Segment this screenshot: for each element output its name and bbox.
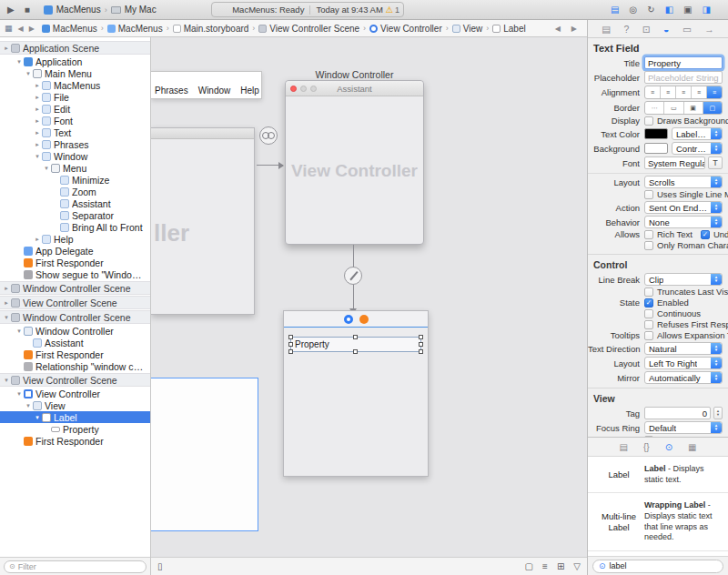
view-controller-icon[interactable] <box>344 315 353 324</box>
layout-popup[interactable]: Scrolls▲▼ <box>644 176 723 188</box>
disclosure-right-icon[interactable]: ▸ <box>33 129 42 136</box>
first-responder-icon[interactable] <box>359 315 369 324</box>
disclosure-right-icon[interactable]: ▸ <box>33 94 42 101</box>
library-filter-field[interactable]: ⊙ label <box>592 560 723 573</box>
outline-row[interactable]: ▸File <box>0 91 150 103</box>
tag-stepper[interactable]: ▲▼ <box>713 407 723 419</box>
breadcrumb-item[interactable]: View <box>452 24 483 34</box>
breadcrumb-item[interactable]: MacMenus <box>107 24 163 34</box>
outline-row[interactable]: App Delegate <box>0 245 150 257</box>
property-text-field[interactable]: Property <box>290 337 421 352</box>
rich-text-checkbox[interactable] <box>644 230 653 239</box>
tag-input[interactable]: 0 <box>644 407 711 419</box>
text-color-well[interactable] <box>644 128 668 139</box>
disclosure-down-icon[interactable]: ▾ <box>15 58 24 66</box>
outline-row[interactable]: ▾Menu <box>0 162 150 174</box>
file-template-library-tab[interactable]: ▤ <box>620 442 628 452</box>
menu-bar-window[interactable]: PhrasesWindowHelp <box>151 71 262 99</box>
outline-row[interactable]: ▾Application <box>0 55 150 67</box>
align-right-segment[interactable]: ≡ <box>692 86 707 98</box>
back-icon[interactable]: ◀ <box>18 25 24 33</box>
outline-row[interactable]: Zoom <box>0 186 150 197</box>
view-controller-view[interactable]: Property <box>283 310 429 477</box>
quick-help-inspector-tab[interactable]: ? <box>624 24 630 35</box>
library-item[interactable]: LabelLabel - Displays static text. <box>588 457 728 493</box>
font-picker-button[interactable]: T <box>708 156 723 169</box>
breadcrumb-item[interactable]: View Controller <box>369 24 442 34</box>
outline-section-row[interactable]: ▸Application Scene <box>0 41 150 55</box>
add-constraints-button[interactable]: ⊞ <box>557 561 564 571</box>
outline-row[interactable]: ▸Help <box>0 233 150 245</box>
outline-row[interactable]: Bring All to Front <box>0 221 150 233</box>
menu-item[interactable]: Help <box>240 86 259 96</box>
segue-connector-icon[interactable] <box>259 126 278 145</box>
selection-handle[interactable] <box>288 335 293 339</box>
text-direction-popup[interactable]: Natural▲▼ <box>644 342 723 355</box>
outline-row[interactable]: Show segue to "Window Controller" <box>0 268 150 280</box>
play-button[interactable]: ▶ <box>7 5 15 15</box>
only-roman-characters-checkbox[interactable] <box>644 241 653 250</box>
menu-item[interactable]: Window <box>198 86 231 96</box>
continuous-checkbox[interactable] <box>644 309 653 318</box>
document-outline-toggle-icon[interactable]: ▯ <box>157 561 163 571</box>
outline-row[interactable]: Separator <box>0 209 150 221</box>
behavior-popup[interactable]: None▲▼ <box>644 216 723 228</box>
outline-filter-field[interactable]: ⊙ Filter <box>4 560 147 573</box>
outline-row[interactable]: ▾Window <box>0 150 150 162</box>
disclosure-down-icon[interactable]: ▾ <box>33 414 42 421</box>
outline-row[interactable]: ▾Main Menu <box>0 67 150 79</box>
utilities-toggle-button[interactable]: ◨ <box>703 5 711 15</box>
partial-window[interactable]: ller <box>151 127 255 315</box>
interface-builder-canvas[interactable]: PhrasesWindowHelp ller Window Controller… <box>151 37 587 575</box>
outline-row[interactable]: ▾Window Controller <box>0 325 150 337</box>
disclosure-down-icon[interactable]: ▾ <box>42 165 51 172</box>
embed-in-stack-button[interactable]: ▢ <box>525 561 533 571</box>
outline-row[interactable]: Assistant <box>0 337 150 348</box>
outline-row[interactable]: Property <box>0 423 150 435</box>
action-popup[interactable]: Sent On End Editing▲▼ <box>644 201 723 214</box>
uses-single-line-mode-checkbox[interactable] <box>644 190 653 199</box>
placeholder-input[interactable]: Placeholder String <box>644 71 723 84</box>
scheme-selector[interactable]: MacMenus › My Mac <box>44 5 157 15</box>
breadcrumb-item[interactable]: MacMenus <box>42 24 97 34</box>
selection-handle[interactable] <box>288 342 293 347</box>
disclosure-down-icon[interactable]: ▾ <box>2 314 11 321</box>
selection-handle[interactable] <box>353 349 358 354</box>
outline-row[interactable]: ▸Edit <box>0 103 150 115</box>
disclosure-right-icon[interactable]: ▸ <box>33 82 42 89</box>
outline-row[interactable]: First Responder <box>0 257 150 268</box>
align-natural-segment[interactable]: ≡ <box>707 86 722 98</box>
outline-row[interactable]: ▸Phrases <box>0 138 150 150</box>
background-popup[interactable]: Control Color▲▼ <box>672 142 723 155</box>
code-snippet-library-tab[interactable]: {} <box>643 442 650 452</box>
forward-icon[interactable]: ▶ <box>571 25 577 33</box>
outline-row[interactable]: First Responder <box>0 348 150 360</box>
outline-section-row[interactable]: ▸View Controller Scene <box>0 296 150 309</box>
disclosure-right-icon[interactable]: ▸ <box>33 106 42 113</box>
library-item[interactable]: Multi-line LabelWrapping Label - Display… <box>588 493 728 551</box>
outline-section-row[interactable]: ▾Window Controller Scene <box>0 310 150 324</box>
relationship-connector-icon[interactable] <box>344 267 362 285</box>
font-field[interactable]: System Regular <box>644 156 705 169</box>
object-library-tab[interactable]: ⊙ <box>665 442 672 452</box>
truncates-last-visible-line-checkbox[interactable] <box>644 288 653 297</box>
background-well[interactable] <box>644 143 668 154</box>
border-none-segment[interactable]: ⋯ <box>645 102 664 114</box>
border-line-segment[interactable]: ▭ <box>664 102 683 114</box>
attributes-inspector-tab[interactable]: ◒ <box>663 24 669 35</box>
partial-selected-view[interactable] <box>151 378 258 531</box>
standard-editor-button[interactable]: ▤ <box>611 5 619 15</box>
enabled-checkbox[interactable]: ✓ <box>644 298 653 308</box>
selection-handle[interactable] <box>288 349 293 354</box>
mirror-popup[interactable]: Automatically▲▼ <box>644 371 723 384</box>
forward-icon[interactable]: ▶ <box>29 25 35 33</box>
outline-row[interactable]: ▸MacMenus <box>0 79 150 91</box>
undo-checkbox[interactable]: ✓ <box>701 230 710 239</box>
focus-ring-popup[interactable]: Default▲▼ <box>644 421 723 434</box>
version-editor-button[interactable]: ↻ <box>647 5 654 15</box>
stop-button[interactable]: ■ <box>25 5 30 15</box>
align-button[interactable]: ≡ <box>542 561 548 571</box>
related-items-icon[interactable]: ▦ <box>5 24 13 33</box>
disclosure-right-icon[interactable]: ▸ <box>33 117 42 125</box>
border-bezel-segment[interactable]: ▣ <box>684 102 703 114</box>
